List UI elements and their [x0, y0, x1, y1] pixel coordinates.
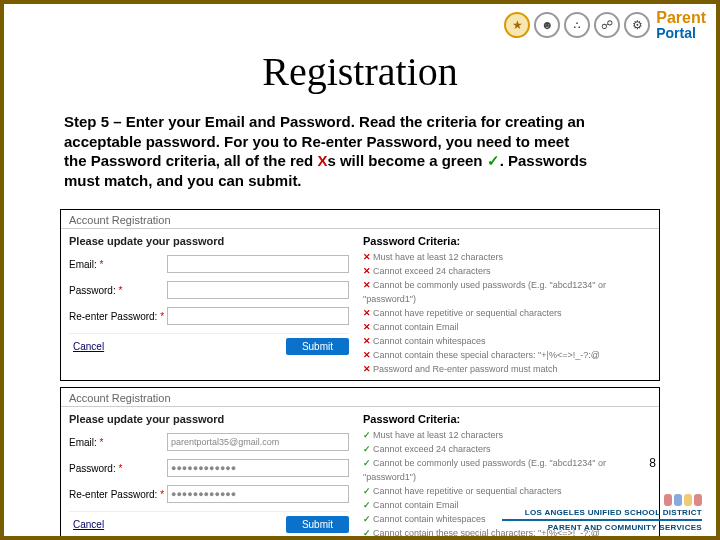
check-icon: ✓ — [363, 443, 373, 457]
cancel-button[interactable]: Cancel — [69, 339, 108, 354]
x-icon: ✕ — [363, 307, 373, 321]
form-valid: Please update your password Email: * par… — [69, 413, 349, 540]
check-icon: ✓ — [363, 513, 373, 527]
header-brand: ★ ☻ ⛬ ☍ ⚙ Parent Portal — [504, 10, 706, 40]
criteria-invalid: Password Criteria: ✕Must have at least 1… — [363, 235, 651, 376]
instruction-text: Step 5 – Enter your Email and Password. … — [64, 112, 656, 190]
criteria-item: ✕Cannot contain these special characters… — [363, 349, 651, 363]
cancel-button[interactable]: Cancel — [69, 517, 108, 532]
criteria-item: ✕Cannot contain Email — [363, 321, 651, 335]
instr-line4: must match, and you can submit. — [64, 172, 302, 189]
footer-branding: LOS ANGELES UNIFIED SCHOOL DISTRICT PARE… — [502, 494, 702, 532]
instr-line2: acceptable password. For you to Re-enter… — [64, 133, 569, 150]
criteria-item: ✕Cannot be commonly used passwords (E.g.… — [363, 279, 651, 307]
instr-line3b: s will become a green — [327, 152, 486, 169]
check-icon: ✓ — [363, 429, 373, 443]
people-icon: ☻ — [534, 12, 560, 38]
handshake-icon: ⛬ — [564, 12, 590, 38]
reenter-password-field[interactable]: ●●●●●●●●●●●● — [167, 485, 349, 503]
x-icon: ✕ — [363, 279, 373, 293]
email-label: Email: * — [69, 437, 167, 448]
criteria-item: ✕Must have at least 12 characters — [363, 251, 651, 265]
portal-title-portal: Portal — [656, 26, 706, 40]
criteria-item: ✓Cannot exceed 24 characters — [363, 443, 651, 457]
form-title: Please update your password — [69, 235, 349, 247]
criteria-title: Password Criteria: — [363, 413, 651, 425]
graduation-icon: ⚙ — [624, 12, 650, 38]
reenter-password-field[interactable] — [167, 307, 349, 325]
password-field[interactable]: ●●●●●●●●●●●● — [167, 459, 349, 477]
red-x-icon: X — [317, 152, 327, 169]
password-field[interactable] — [167, 281, 349, 299]
criteria-item: ✓Cannot be commonly used passwords (E.g.… — [363, 457, 651, 485]
x-icon: ✕ — [363, 349, 373, 363]
criteria-item: ✕Password and Re-enter password must mat… — [363, 363, 651, 377]
email-field[interactable]: parentportal35@gmail.com — [167, 433, 349, 451]
instr-line1: Step 5 – Enter your Email and Password. … — [64, 113, 585, 130]
x-icon: ✕ — [363, 321, 373, 335]
portal-title-parent: Parent — [656, 10, 706, 26]
family-icon: ☍ — [594, 12, 620, 38]
page-title: Registration — [4, 48, 716, 95]
check-icon: ✓ — [363, 485, 373, 499]
green-check-icon: ✓ — [487, 152, 500, 169]
submit-button[interactable]: Submit — [286, 516, 349, 533]
portal-icons: ★ ☻ ⛬ ☍ ⚙ — [504, 12, 650, 38]
portal-title: Parent Portal — [656, 10, 706, 40]
page-number: 8 — [649, 456, 656, 470]
x-icon: ✕ — [363, 265, 373, 279]
instr-line3a: the Password criteria, all of the red — [64, 152, 317, 169]
footer-district: LOS ANGELES UNIFIED SCHOOL DISTRICT — [525, 508, 702, 517]
screenshot-panels: Account Registration Please update your … — [60, 209, 660, 540]
reenter-password-label: Re-enter Password: * — [69, 489, 167, 500]
criteria-title: Password Criteria: — [363, 235, 651, 247]
criteria-item: ✕Cannot contain whitespaces — [363, 335, 651, 349]
slide: ★ ☻ ⛬ ☍ ⚙ Parent Portal Registration Ste… — [0, 0, 720, 540]
panel-invalid: Account Registration Please update your … — [60, 209, 660, 381]
submit-button[interactable]: Submit — [286, 338, 349, 355]
email-label: Email: * — [69, 259, 167, 270]
criteria-item: ✕Cannot have repetitive or sequential ch… — [363, 307, 651, 321]
panel-valid-heading: Account Registration — [61, 388, 659, 407]
criteria-item: ✕Cannot exceed 24 characters — [363, 265, 651, 279]
x-icon: ✕ — [363, 363, 373, 377]
x-icon: ✕ — [363, 335, 373, 349]
criteria-item: ✓Must have at least 12 characters — [363, 429, 651, 443]
footer-people-icon — [664, 494, 702, 506]
form-invalid: Please update your password Email: * Pas… — [69, 235, 349, 376]
reenter-password-label: Re-enter Password: * — [69, 311, 167, 322]
footer-department: PARENT AND COMMUNITY SERVICES — [548, 523, 702, 532]
email-field[interactable] — [167, 255, 349, 273]
footer-divider — [502, 519, 702, 521]
lausd-logo-icon: ★ — [504, 12, 530, 38]
password-label: Password: * — [69, 285, 167, 296]
check-icon: ✓ — [363, 527, 373, 540]
panel-invalid-heading: Account Registration — [61, 210, 659, 229]
form-title: Please update your password — [69, 413, 349, 425]
password-label: Password: * — [69, 463, 167, 474]
check-icon: ✓ — [363, 499, 373, 513]
check-icon: ✓ — [363, 457, 373, 471]
x-icon: ✕ — [363, 251, 373, 265]
instr-line3c: . Passwords — [500, 152, 588, 169]
